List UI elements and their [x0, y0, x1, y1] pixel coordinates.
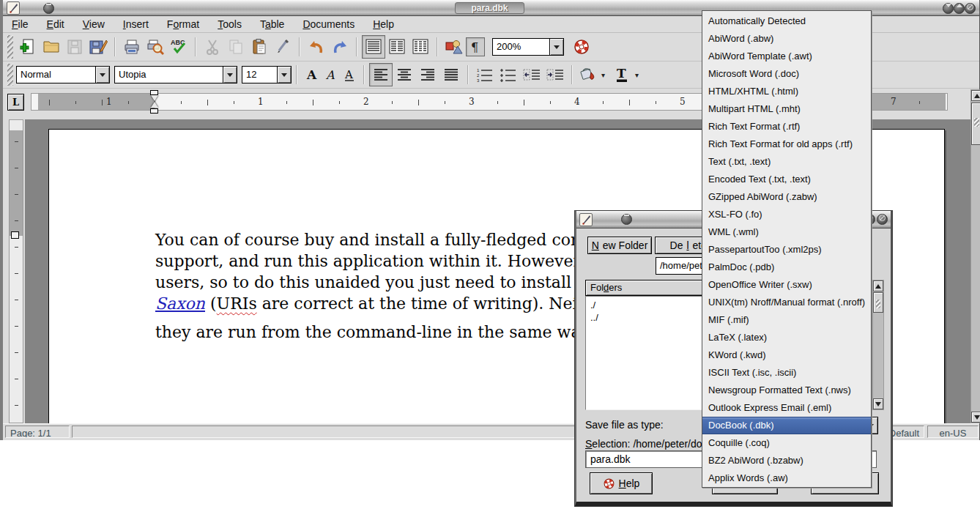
- italic-button[interactable]: A: [321, 65, 340, 84]
- text-line[interactable]: Saxon (URIs are correct at the time of w…: [155, 293, 604, 314]
- format-option[interactable]: Rich Text Format for old apps (.rtf): [702, 135, 871, 153]
- font-value[interactable]: Utopia: [114, 66, 223, 83]
- left-indent-handle[interactable]: [150, 108, 158, 114]
- document-vertical-scrollbar[interactable]: [970, 89, 980, 423]
- format-option[interactable]: Rich Text Format (.rtf): [702, 118, 871, 135]
- view-1-column-button[interactable]: [362, 35, 385, 59]
- tab-selector-button[interactable]: L: [7, 94, 24, 111]
- font-color-button[interactable]: T: [611, 63, 633, 86]
- format-option[interactable]: Encoded Text (.txt, .text): [702, 171, 871, 188]
- text-line[interactable]: You can of course buy and install a full…: [155, 229, 604, 250]
- indent-triangle-top[interactable]: [151, 95, 158, 101]
- scroll-up-button[interactable]: [971, 90, 980, 101]
- menu-table[interactable]: Table: [260, 18, 284, 30]
- status-language-indicator[interactable]: en-US: [927, 426, 979, 438]
- document-text[interactable]: You can of course buy and install a full…: [155, 229, 604, 343]
- format-option-selected[interactable]: DocBook (.dbk): [702, 417, 871, 434]
- menu-documents[interactable]: Documents: [302, 18, 354, 30]
- new-folder-button[interactable]: New Folder: [587, 237, 652, 254]
- vertical-ruler[interactable]: [9, 119, 23, 423]
- maximize-window-button[interactable]: [954, 3, 965, 14]
- format-option[interactable]: LaTeX (.latex): [702, 329, 871, 346]
- format-option[interactable]: Text (.txt, .text): [702, 153, 871, 171]
- increase-indent-button[interactable]: [543, 63, 567, 86]
- format-option[interactable]: HTML/XHTML (.html): [702, 83, 871, 100]
- save-button[interactable]: [63, 35, 86, 59]
- zoom-dropdown-button[interactable]: [549, 38, 564, 56]
- format-option[interactable]: GZipped AbiWord (.zabw): [702, 188, 871, 206]
- format-option[interactable]: ISCII Text (.isc, .iscii): [702, 364, 871, 382]
- view-2-columns-button[interactable]: [385, 35, 409, 59]
- format-option[interactable]: Applix Words (.aw): [702, 469, 871, 487]
- menu-view[interactable]: View: [83, 18, 105, 30]
- format-option[interactable]: Outlook Express Email (.eml): [702, 399, 871, 417]
- toolbar-grip[interactable]: [7, 64, 13, 86]
- align-justify-button[interactable]: [439, 63, 463, 86]
- format-option[interactable]: Newsgroup Formatted Text (.nws): [702, 382, 871, 399]
- help-button[interactable]: [570, 35, 593, 59]
- format-option[interactable]: PalmDoc (.pdb): [702, 259, 871, 276]
- scrollbar-thumb[interactable]: [873, 292, 883, 313]
- align-left-button[interactable]: [369, 63, 393, 86]
- indent-marker[interactable]: [149, 90, 159, 114]
- dialog-window-menu-button[interactable]: [621, 214, 632, 225]
- first-line-indent-handle[interactable]: [150, 90, 158, 95]
- scrollbar-thumb[interactable]: [971, 103, 980, 145]
- format-option[interactable]: Multipart HTML (.mht): [702, 100, 871, 118]
- format-option[interactable]: KWord (.kwd): [702, 346, 871, 364]
- menu-format[interactable]: Format: [167, 18, 199, 30]
- scroll-up-button[interactable]: [873, 280, 883, 291]
- scroll-down-button[interactable]: [971, 412, 980, 423]
- style-value[interactable]: Normal: [16, 66, 95, 83]
- format-option[interactable]: Automatically Detected: [702, 12, 871, 30]
- saxon-hyperlink[interactable]: Saxon: [155, 294, 205, 313]
- zoom-input[interactable]: 200%: [492, 38, 549, 56]
- new-document-button[interactable]: [16, 35, 40, 59]
- print-button[interactable]: [120, 35, 144, 59]
- format-option[interactable]: MIF (.mif): [702, 311, 871, 329]
- menu-insert[interactable]: Insert: [123, 18, 149, 30]
- fill-color-dropdown-button[interactable]: ▾: [601, 71, 605, 79]
- toolbar-grip[interactable]: [7, 35, 13, 59]
- menu-file[interactable]: File: [12, 18, 29, 30]
- window-menu-button[interactable]: [43, 3, 54, 14]
- scroll-down-button[interactable]: [873, 398, 883, 409]
- underline-button[interactable]: A: [340, 65, 359, 84]
- font-dropdown-button[interactable]: [223, 66, 237, 83]
- format-option[interactable]: AbiWord Template (.awt): [702, 48, 871, 65]
- size-dropdown-button[interactable]: [277, 66, 292, 83]
- format-option[interactable]: OpenOffice Writer (.sxw): [702, 276, 871, 294]
- menu-tools[interactable]: Tools: [218, 18, 242, 30]
- format-option[interactable]: BZ2 AbiWord (.bzabw): [702, 452, 871, 469]
- copy-button[interactable]: [224, 35, 248, 59]
- view-3-columns-button[interactable]: [409, 35, 432, 59]
- numbered-list-button[interactable]: 123: [473, 63, 497, 86]
- show-paragraphs-button[interactable]: ¶: [466, 37, 485, 56]
- spellcheck-button[interactable]: ABC: [167, 35, 190, 59]
- text-line[interactable]: they are run from the command-line in th…: [155, 322, 604, 343]
- text-line[interactable]: users, so to do this unaided you just ne…: [155, 272, 604, 293]
- format-option[interactable]: AbiWord (.abw): [702, 30, 871, 48]
- format-option[interactable]: WML (.wml): [702, 223, 871, 241]
- stylus-button[interactable]: [271, 35, 294, 59]
- format-option[interactable]: Microsoft Word (.doc): [702, 65, 871, 83]
- format-option[interactable]: UNIX(tm) Nroff/Manual format (.nroff): [702, 294, 871, 311]
- font-color-dropdown-button[interactable]: ▾: [635, 71, 639, 79]
- print-preview-button[interactable]: [144, 35, 167, 59]
- dialog-close-button[interactable]: [877, 214, 888, 225]
- files-scrollbar[interactable]: [872, 280, 884, 410]
- bold-button[interactable]: A: [302, 65, 321, 84]
- text-line[interactable]: support, and run this application within…: [155, 250, 604, 272]
- redo-button[interactable]: [328, 35, 352, 59]
- dialog-help-button[interactable]: Help: [590, 472, 653, 494]
- indent-triangle-bottom[interactable]: [151, 102, 158, 108]
- undo-button[interactable]: [305, 35, 328, 59]
- insert-graphic-button[interactable]: [442, 35, 466, 59]
- menu-edit[interactable]: Edit: [47, 18, 64, 30]
- align-center-button[interactable]: [393, 63, 416, 86]
- save-as-button[interactable]: [86, 35, 110, 59]
- format-option[interactable]: XSL-FO (.fo): [702, 206, 871, 223]
- style-dropdown-button[interactable]: [95, 66, 110, 83]
- top-margin-handle[interactable]: [11, 231, 19, 239]
- close-window-button[interactable]: [965, 3, 976, 14]
